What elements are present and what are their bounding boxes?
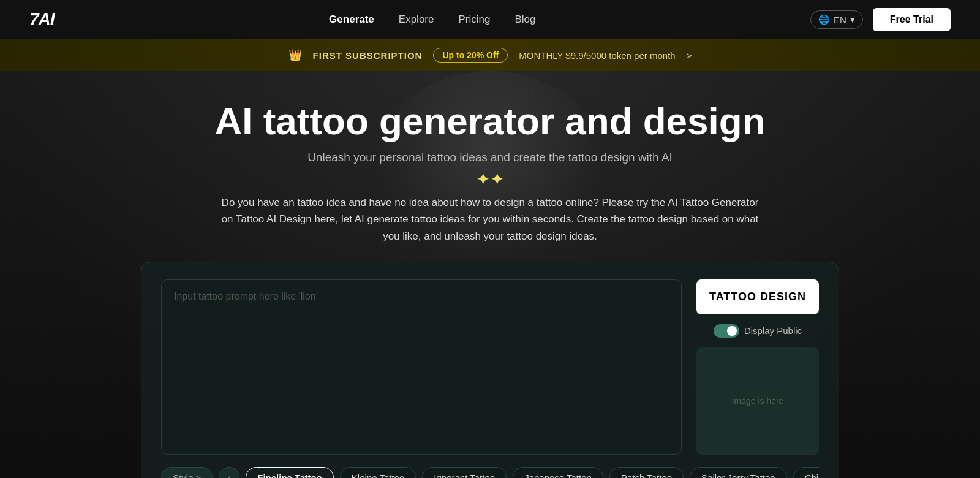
sparkle-icon: ✦✦ xyxy=(476,169,504,189)
tattoo-design-button[interactable]: TATTOO DESIGN xyxy=(696,279,819,314)
generator-controls: TATTOO DESIGN Display Public Image is he… xyxy=(696,279,819,455)
language-selector[interactable]: 🌐 EN ▾ xyxy=(810,10,863,29)
style-pill-chicano[interactable]: Chicano Tattoo xyxy=(793,467,819,478)
hero-title: AI tattoo generator and design xyxy=(214,101,765,142)
navbar-right: 🌐 EN ▾ Free Trial xyxy=(810,8,951,31)
lang-label: EN xyxy=(834,15,846,25)
hero-subtitle: Unleash your personal tattoo ideas and c… xyxy=(307,151,673,164)
style-pill-sailor-jerry[interactable]: Sailor Jerry Tattoo xyxy=(690,467,787,478)
navbar: 7AI Generate Explore Pricing Blog 🌐 EN ▾… xyxy=(0,0,980,39)
banner-subscription-label: FIRST SUBSCRIPTION xyxy=(313,50,423,61)
display-public-label: Display Public xyxy=(744,325,802,336)
style-pill-patch[interactable]: Patch Tattoo xyxy=(609,467,684,478)
toggle-switch[interactable] xyxy=(714,324,739,338)
style-pills-row: Style > ‹ Fineline Tattoo Kleine Tattoo … xyxy=(161,467,819,478)
banner-offer-text: MONTHLY $9.9/5000 token per month xyxy=(519,50,675,61)
style-prev-button[interactable]: ‹ xyxy=(219,467,239,478)
free-trial-button[interactable]: Free Trial xyxy=(873,8,951,31)
nav-links: Generate Explore Pricing Blog xyxy=(329,13,535,26)
generator-panel: TATTOO DESIGN Display Public Image is he… xyxy=(141,262,839,478)
style-pill-kleine[interactable]: Kleine Tattoo xyxy=(340,467,416,478)
chevron-down-icon: ▾ xyxy=(850,14,855,25)
style-label[interactable]: Style > xyxy=(161,467,213,478)
generator-inner: TATTOO DESIGN Display Public Image is he… xyxy=(161,279,819,455)
banner-arrow-icon: > xyxy=(687,50,692,61)
logo: 7AI xyxy=(29,10,55,29)
hero-section: AI tattoo generator and design Unleash y… xyxy=(0,71,980,478)
nav-blog[interactable]: Blog xyxy=(514,13,535,26)
promotion-banner[interactable]: 👑 FIRST SUBSCRIPTION Up to 20% Off MONTH… xyxy=(0,39,980,71)
nav-explore[interactable]: Explore xyxy=(399,13,434,26)
globe-icon: 🌐 xyxy=(818,14,830,25)
image-preview-box: Image is here xyxy=(696,347,819,455)
image-placeholder-text: Image is here xyxy=(732,396,784,406)
crown-icon: 👑 xyxy=(288,48,302,62)
banner-discount-badge: Up to 20% Off xyxy=(433,48,508,63)
nav-generate[interactable]: Generate xyxy=(329,13,374,26)
style-pill-fineline[interactable]: Fineline Tattoo xyxy=(246,467,334,478)
style-pill-ignorant[interactable]: Ignorant Tattoo xyxy=(422,467,507,478)
style-pill-japanese[interactable]: Japanese Tattoo xyxy=(513,467,603,478)
hero-description: Do you have an tattoo idea and have no i… xyxy=(214,194,766,245)
prompt-input[interactable] xyxy=(161,279,682,455)
display-public-toggle[interactable]: Display Public xyxy=(714,324,802,338)
nav-pricing[interactable]: Pricing xyxy=(458,13,490,26)
